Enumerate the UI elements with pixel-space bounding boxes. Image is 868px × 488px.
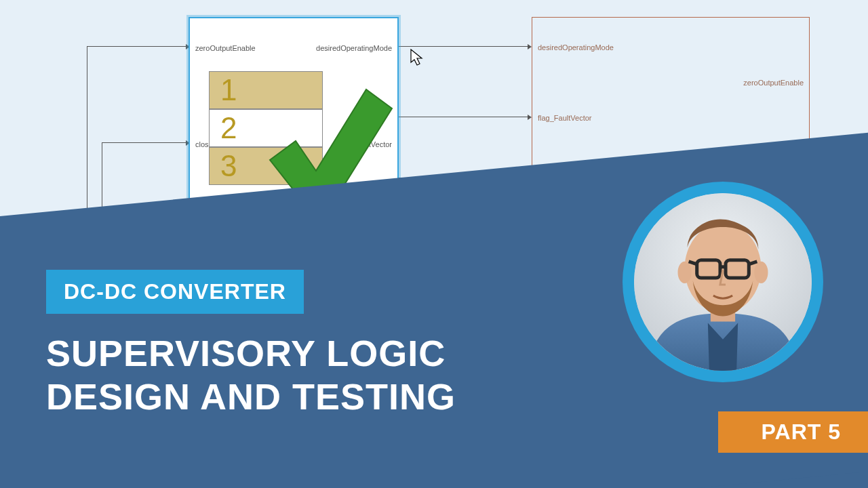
port-label: zeroOutputEnable: [195, 44, 256, 52]
port-label: zeroOutputEnable: [743, 79, 804, 87]
series-tag: DC-DC CONVERTER: [46, 270, 304, 314]
svg-point-6: [754, 262, 768, 283]
cursor-icon: [410, 49, 425, 66]
avatar-illustration: [634, 193, 812, 371]
port-label: desiredOperatingMode: [316, 44, 392, 52]
svg-point-5: [677, 262, 691, 283]
title-line-2: DESIGN AND TESTING: [46, 375, 456, 419]
part-badge: PART 5: [718, 411, 868, 453]
svg-marker-1: [411, 49, 422, 65]
video-title: SUPERVISORY LOGIC DESIGN AND TESTING: [46, 332, 456, 418]
title-line-1: SUPERVISORY LOGIC: [46, 332, 456, 375]
port-label: desiredOperatingMode: [538, 43, 614, 52]
port-label: flag_FaultVector: [538, 114, 592, 122]
presenter-avatar: [623, 182, 823, 382]
